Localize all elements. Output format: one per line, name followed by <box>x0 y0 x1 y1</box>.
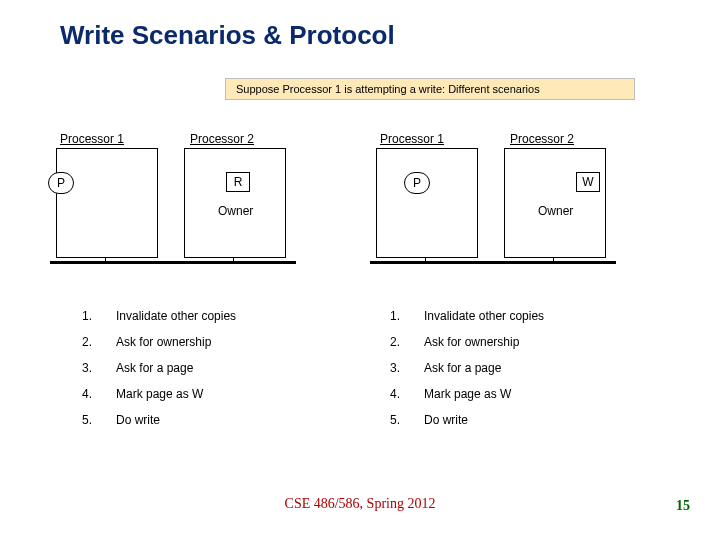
rw-tag-box: R <box>226 172 250 192</box>
page-number: 15 <box>676 498 690 514</box>
scenario-banner: Suppose Processor 1 is attempting a writ… <box>225 78 635 100</box>
scenario-right: Processor 1 Processor 2 P W Owner <box>370 118 670 288</box>
step-row: 1.Invalidate other copies <box>82 310 362 322</box>
step-text: Do write <box>116 414 160 426</box>
step-text: Mark page as W <box>424 388 511 400</box>
step-row: 5.Do write <box>390 414 670 426</box>
step-row: 4.Mark page as W <box>82 388 362 400</box>
step-num: 4. <box>390 388 424 400</box>
p-tag-oval: P <box>48 172 74 194</box>
bus-bar <box>50 261 296 264</box>
footer-course: CSE 486/586, Spring 2012 <box>0 496 720 512</box>
step-num: 3. <box>82 362 116 374</box>
proc2-box <box>184 148 286 258</box>
rw-tag-box: W <box>576 172 600 192</box>
p-tag-oval: P <box>404 172 430 194</box>
owner-label: Owner <box>538 204 573 218</box>
step-row: 1.Invalidate other copies <box>390 310 670 322</box>
step-num: 2. <box>390 336 424 348</box>
step-num: 4. <box>82 388 116 400</box>
owner-label: Owner <box>218 204 253 218</box>
steps-right: 1.Invalidate other copies 2.Ask for owne… <box>390 310 670 440</box>
bus-bar <box>370 261 616 264</box>
step-text: Ask for a page <box>424 362 501 374</box>
step-row: 2.Ask for ownership <box>390 336 670 348</box>
step-text: Ask for ownership <box>424 336 519 348</box>
proc1-label: Processor 1 <box>60 132 124 146</box>
step-num: 1. <box>390 310 424 322</box>
step-row: 4.Mark page as W <box>390 388 670 400</box>
step-text: Ask for ownership <box>116 336 211 348</box>
diagram-area: Processor 1 Processor 2 P R Owner Proces… <box>50 118 670 288</box>
step-num: 2. <box>82 336 116 348</box>
step-num: 5. <box>390 414 424 426</box>
step-text: Invalidate other copies <box>116 310 236 322</box>
slide-title: Write Scenarios & Protocol <box>60 20 395 51</box>
step-num: 1. <box>82 310 116 322</box>
proc1-label: Processor 1 <box>380 132 444 146</box>
step-num: 5. <box>82 414 116 426</box>
step-row: 3.Ask for a page <box>82 362 362 374</box>
proc2-box <box>504 148 606 258</box>
steps-left: 1.Invalidate other copies 2.Ask for owne… <box>82 310 362 440</box>
scenario-left: Processor 1 Processor 2 P R Owner <box>50 118 350 288</box>
step-text: Ask for a page <box>116 362 193 374</box>
step-row: 2.Ask for ownership <box>82 336 362 348</box>
step-row: 5.Do write <box>82 414 362 426</box>
step-row: 3.Ask for a page <box>390 362 670 374</box>
step-text: Do write <box>424 414 468 426</box>
proc2-label: Processor 2 <box>190 132 254 146</box>
step-text: Mark page as W <box>116 388 203 400</box>
step-text: Invalidate other copies <box>424 310 544 322</box>
proc1-box <box>56 148 158 258</box>
proc1-box <box>376 148 478 258</box>
step-num: 3. <box>390 362 424 374</box>
proc2-label: Processor 2 <box>510 132 574 146</box>
